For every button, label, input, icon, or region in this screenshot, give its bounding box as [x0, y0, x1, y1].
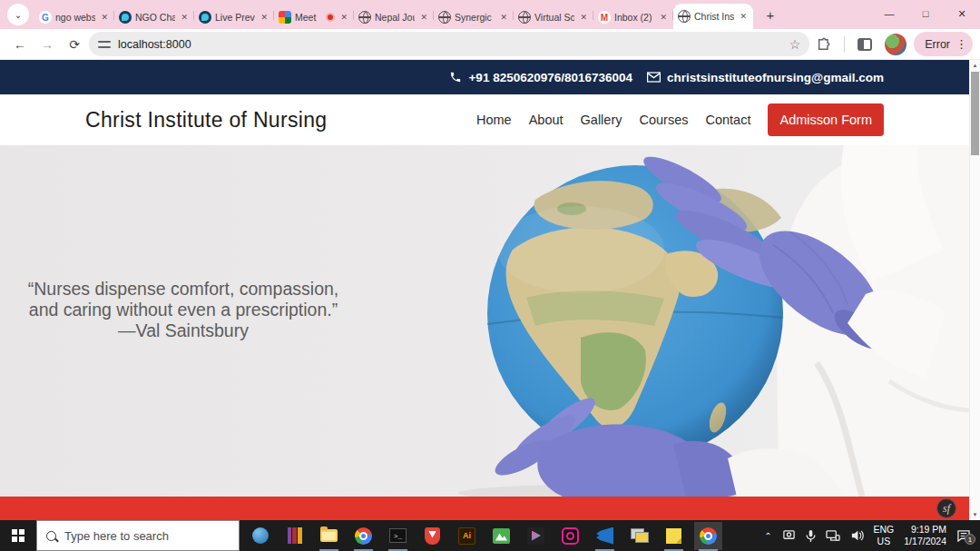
tab-live-preview[interactable]: Live Prev ✕	[194, 5, 274, 29]
tabs: G ngo webs ✕ NGO Cha ✕ Live Prev ✕ Meet …	[34, 0, 753, 29]
tray-time: 9:19 PM	[904, 524, 946, 536]
network-icon[interactable]	[826, 529, 840, 542]
speaker-icon[interactable]	[850, 529, 864, 542]
site-header: Christ Institute of Nursing Home About G…	[0, 94, 969, 145]
site-logo[interactable]: Christ Institute of Nursing	[85, 108, 327, 133]
illustrator-icon[interactable]: Ai	[457, 526, 476, 546]
bookmark-star-icon[interactable]: ☆	[789, 37, 801, 52]
tab-close-icon[interactable]: ✕	[179, 12, 190, 23]
tab-inbox[interactable]: M Inbox (2) ✕	[593, 5, 673, 29]
maximize-button[interactable]: □	[907, 0, 944, 27]
scrollbar-thumb[interactable]	[971, 72, 979, 155]
quote-attribution: —Val Saintsbury	[25, 320, 341, 341]
url-text[interactable]: localhost:8000	[118, 38, 191, 51]
nav-item-courses[interactable]: Courses	[639, 113, 688, 127]
vscode-icon[interactable]	[595, 526, 614, 546]
camera-app-icon[interactable]	[561, 526, 580, 546]
tray-date: 1/17/2024	[904, 536, 946, 547]
taskbar-search[interactable]: Type here to search	[36, 520, 240, 551]
error-label: Error	[925, 38, 950, 51]
remote-desktop-icon[interactable]	[630, 526, 649, 546]
image-viewer-icon[interactable]	[492, 526, 511, 546]
google-favicon: G	[39, 11, 52, 24]
meet-favicon	[279, 11, 291, 24]
chrome-active-icon[interactable]	[699, 526, 718, 546]
search-icon	[46, 531, 56, 541]
tab-close-icon[interactable]: ✕	[498, 12, 509, 23]
envelope-icon	[647, 72, 661, 83]
tab-ngo-website[interactable]: G ngo webs ✕	[34, 5, 114, 29]
taskbar-clock[interactable]: 9:19 PM 1/17/2024	[904, 524, 946, 546]
tab-synergic[interactable]: Synergic ✕	[434, 5, 514, 29]
tab-strip: ⌄ G ngo webs ✕ NGO Cha ✕ Live Prev ✕ Mee…	[0, 0, 980, 29]
reload-button[interactable]: ⟳	[62, 32, 87, 57]
media-player-icon[interactable]	[526, 526, 545, 546]
tab-close-icon[interactable]: ✕	[259, 12, 270, 23]
page-scrollbar[interactable]: ▲ ▼	[969, 60, 980, 520]
sf-widget-badge[interactable]: sf	[936, 498, 956, 518]
tab-nepal-journal[interactable]: Nepal Jou ✕	[354, 5, 434, 29]
nav-item-gallery[interactable]: Gallery	[581, 113, 622, 127]
notification-badge: 1	[965, 534, 975, 545]
yarn-app-icon[interactable]	[250, 526, 270, 546]
microphone-icon[interactable]	[806, 529, 816, 543]
side-panel-button[interactable]	[852, 32, 877, 57]
brave-browser-icon[interactable]	[423, 526, 442, 546]
back-button[interactable]: ←	[7, 32, 33, 57]
taskbar-icons: >_ Ai	[240, 520, 718, 551]
kebab-menu-icon[interactable]: ⋮	[956, 37, 967, 51]
tab-virtual-so[interactable]: Virtual So ✕	[514, 5, 593, 29]
system-tray: ⌃ ENG US 9:19 PM 1/17/2024	[764, 520, 980, 551]
tab-meet[interactable]: Meet ✕	[274, 5, 354, 29]
language-code: ENG	[874, 524, 895, 536]
tab-search-button[interactable]: ⌄	[7, 4, 29, 25]
windows-logo-icon	[12, 529, 24, 542]
address-bar[interactable]: localhost:8000 ☆	[89, 32, 809, 56]
notification-center[interactable]: 1	[956, 529, 971, 542]
site-settings-icon[interactable]	[98, 40, 111, 49]
gmail-favicon: M	[598, 11, 611, 24]
forward-button[interactable]: →	[34, 32, 60, 57]
winrar-icon[interactable]	[285, 526, 304, 546]
close-button[interactable]: ✕	[944, 0, 980, 27]
tab-christ-institute-active[interactable]: Christ Inst ✕	[673, 4, 753, 29]
chrome-icon[interactable]	[354, 526, 373, 546]
globe-favicon	[438, 11, 451, 24]
scroll-down-icon[interactable]: ▼	[970, 509, 980, 520]
file-explorer-icon[interactable]	[319, 526, 338, 546]
tab-title: Christ Inst	[694, 11, 734, 22]
tray-expand-icon[interactable]: ⌃	[764, 531, 771, 541]
nav-item-contact[interactable]: Contact	[705, 113, 750, 127]
start-button[interactable]	[0, 520, 36, 551]
browser-window: ⌄ G ngo webs ✕ NGO Cha ✕ Live Prev ✕ Mee…	[0, 0, 980, 551]
sticky-notes-icon[interactable]	[664, 526, 683, 546]
tab-close-icon[interactable]: ✕	[578, 12, 589, 23]
tab-close-icon[interactable]: ✕	[738, 11, 749, 22]
teams-tray-icon[interactable]	[782, 529, 796, 542]
profile-avatar[interactable]	[885, 34, 906, 55]
minimize-button[interactable]: —	[871, 0, 907, 27]
scroll-up-icon[interactable]: ▲	[970, 60, 980, 71]
language-indicator[interactable]: ENG US	[874, 524, 895, 546]
tab-close-icon[interactable]: ✕	[418, 12, 429, 23]
extensions-button[interactable]	[811, 32, 837, 57]
tab-close-icon[interactable]: ✕	[658, 12, 669, 23]
globe-favicon	[518, 11, 531, 24]
app-favicon	[199, 11, 211, 24]
globe-favicon	[678, 10, 691, 23]
main-nav: Home About Gallery Courses Contact Admis…	[476, 103, 884, 136]
nav-item-home[interactable]: Home	[476, 113, 512, 127]
tab-title: Live Prev	[215, 12, 255, 23]
tab-ngo-cha[interactable]: NGO Cha ✕	[114, 5, 194, 29]
command-prompt-icon[interactable]: >_	[388, 526, 407, 546]
tab-title: Virtual So	[534, 12, 574, 23]
browser-error-menu[interactable]: Error ⋮	[914, 32, 973, 56]
phone-contact[interactable]: +91 8250620976/8016736004	[449, 71, 632, 84]
nav-item-about[interactable]: About	[529, 113, 564, 127]
new-tab-button[interactable]: +	[759, 3, 782, 26]
tab-close-icon[interactable]: ✕	[338, 12, 349, 23]
tab-title: Inbox (2)	[614, 12, 654, 23]
tab-close-icon[interactable]: ✕	[99, 12, 110, 23]
admission-form-button[interactable]: Admisson Form	[768, 103, 884, 136]
email-contact[interactable]: christsinstituteofnursing@gmail.com	[647, 71, 884, 84]
